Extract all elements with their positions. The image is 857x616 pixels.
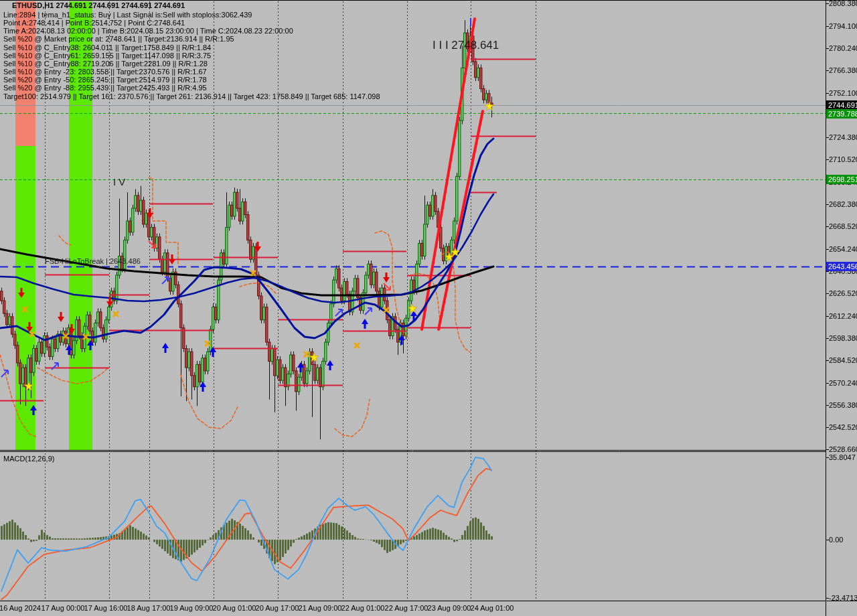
macd-axis-label: 35.8047 — [829, 453, 856, 461]
sell-entry88-line: Sell %10 @ C_Entry88: 2719.206 || Target… — [3, 60, 208, 68]
time-axis-label: 22 Aug 17:00 — [385, 604, 428, 612]
time-axis-label: 20 Aug 17:00 — [256, 604, 299, 612]
price-axis-label: 2654.240 — [829, 245, 857, 253]
time-axis-label: 17 Aug 16:00 — [84, 604, 128, 612]
price-axis-label: 2542.520 — [829, 423, 857, 431]
price-axis-label: 2528.660 — [829, 445, 857, 453]
time-axis[interactable]: 16 Aug 202417 Aug 00:0017 Aug 16:0018 Au… — [0, 601, 857, 616]
symbol-ohlc-line: ETHUSD,H1 2744.691 2744.691 2744.691 274… — [12, 1, 185, 9]
macd-axis-label: 0.00 — [829, 536, 843, 544]
signal-status-line: Line:2894 | tema_h1_status: Buy | Last S… — [3, 11, 252, 19]
price-axis-label: 2612.240 — [829, 312, 857, 320]
time-axis-label: 18 Aug 17:00 — [127, 604, 171, 612]
price-axis-label: 2752.100 — [829, 89, 857, 97]
sell-entry-23-line: Sell %10 @ Entry -23: 2803.558 || Target… — [3, 68, 207, 76]
fsb-hilo-label: FSB-HiLoToBreak | 2643.486 — [45, 257, 141, 265]
price-axis-label: 2766.380 — [829, 66, 857, 74]
price-axis-label: 2808.380 — [829, 0, 857, 7]
sell-entry-50-line: Sell %20 @ Entry -50: 2865.245 || Target… — [3, 76, 207, 84]
price-axis-label: 2626.520 — [829, 289, 857, 297]
price-axis-label: 2710.520 — [829, 155, 857, 163]
price-axis-label: 2682.380 — [829, 200, 857, 208]
elliott-wave4-label: I V — [113, 176, 125, 187]
time-axis-label: 23 Aug 09:00 — [428, 604, 471, 612]
time-axis-label: 24 Aug 01:00 — [471, 604, 514, 612]
time-axis-label: 17 Aug 00:00 — [42, 604, 85, 612]
price-badge: 2739.788 — [826, 109, 857, 119]
sell-market-line: Sell %20 @ Market price or at: 2748.641 … — [3, 35, 234, 43]
price-axis-label: 2570.240 — [829, 379, 857, 387]
times-line: Time A:2024.08.13 02:00:00 | Time B:2024… — [3, 27, 293, 35]
macd-indicator-label: MACD(12,26,9) — [3, 455, 54, 463]
price-badge: 2744.691 — [826, 100, 857, 110]
trading-chart-window: ETHUSD,H1 2744.691 2744.691 2744.691 274… — [0, 0, 857, 616]
points-line: Point A:2748.414 | Point B:2514.752 | Po… — [3, 19, 185, 27]
time-axis-label: 22 Aug 01:00 — [341, 604, 385, 612]
time-axis-label: 16 Aug 2024 — [0, 604, 41, 612]
time-axis-label: 19 Aug 09:00 — [170, 604, 214, 612]
price-badge: 2643.456 — [826, 262, 857, 271]
price-axis-label: 2668.520 — [829, 222, 857, 230]
price-axis-label: 2794.100 — [829, 22, 857, 30]
sell-entry38-line: Sell %10 @ C_Entry38: 2604.011 || Target… — [3, 44, 211, 52]
time-axis-label: 20 Aug 01:00 — [213, 604, 256, 612]
price-badge: 2698.251 — [826, 175, 857, 184]
price-axis[interactable]: 2808.3802794.1002780.2402766.3802752.100… — [826, 0, 857, 601]
price-axis-label: 2584.520 — [829, 356, 857, 364]
sell-entry-88-line: Sell %20 @ Entry -88: 2955.439 || Target… — [3, 84, 207, 92]
price-axis-label: 2598.380 — [829, 334, 857, 342]
elliott-wave3-label: I I I 2748.641 — [433, 39, 499, 52]
time-axis-label: 21 Aug 09:00 — [299, 604, 342, 612]
sell-entry61-line: Sell %10 @ C_Entry61: 2659.155 || Target… — [3, 52, 211, 60]
price-axis-label: 2556.380 — [829, 401, 857, 409]
targets-line: Target100: 2514.979 || Target 161: 2370.… — [3, 92, 380, 100]
price-axis-label: 2780.240 — [829, 44, 857, 52]
price-axis-label: 2724.380 — [829, 133, 857, 141]
